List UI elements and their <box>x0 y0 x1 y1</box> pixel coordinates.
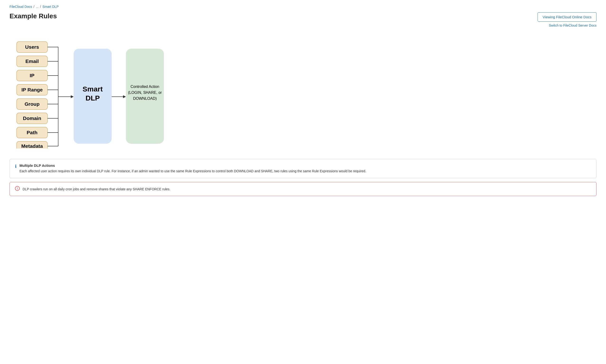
info-notice-body: Each affected user action requires its o… <box>19 169 366 174</box>
svg-rect-32 <box>126 49 164 144</box>
svg-text:Group: Group <box>25 101 40 107</box>
viewing-filecloud-online-button[interactable]: Viewing FileCloud Online Docs <box>538 12 596 22</box>
breadcrumb: FileCloud Docs / ... / Smart DLP <box>10 5 596 9</box>
info-notice: ℹ Multiple DLP Actions Each affected use… <box>10 159 596 178</box>
diagram-container: Users Email IP IP Range Group Domain Pat… <box>14 34 596 149</box>
warning-icon: ! <box>15 186 20 192</box>
warning-notice-text: DLP crawlers run on all daily cron jobs … <box>23 187 170 191</box>
svg-text:Metadata: Metadata <box>21 143 43 148</box>
top-right-actions: Viewing FileCloud Online Docs Switch to … <box>538 12 596 27</box>
info-notice-content: Multiple DLP Actions Each affected user … <box>19 163 366 174</box>
breadcrumb-smart-dlp[interactable]: Smart DLP <box>42 5 58 9</box>
breadcrumb-sep-2: / <box>40 5 41 9</box>
breadcrumb-filecloud-docs[interactable]: FileCloud Docs <box>10 5 32 9</box>
switch-to-server-docs-link[interactable]: Switch to FileCloud Server Docs <box>549 24 596 27</box>
diagram-svg: Users Email IP IP Range Group Domain Pat… <box>14 34 181 148</box>
info-notice-title: Multiple DLP Actions <box>19 163 55 168</box>
svg-text:Domain: Domain <box>23 116 41 121</box>
svg-text:Controlled Action: Controlled Action <box>131 85 159 89</box>
svg-text:Email: Email <box>26 58 39 64</box>
breadcrumb-sep-1: / <box>34 5 34 9</box>
svg-text:Path: Path <box>26 130 38 135</box>
svg-text:Users: Users <box>25 44 39 50</box>
svg-text:(LOGIN, SHARE, or: (LOGIN, SHARE, or <box>128 91 162 95</box>
svg-text:IP: IP <box>30 73 34 78</box>
svg-marker-26 <box>71 95 74 98</box>
svg-marker-31 <box>123 95 126 98</box>
svg-text:!: ! <box>17 187 18 190</box>
warning-notice: ! DLP crawlers run on all daily cron job… <box>10 182 596 196</box>
page-title: Example Rules <box>10 12 57 20</box>
svg-text:DLP: DLP <box>86 94 100 102</box>
breadcrumb-ellipsis[interactable]: ... <box>36 5 39 9</box>
info-icon: ℹ <box>15 164 17 169</box>
svg-text:DOWNLOAD): DOWNLOAD) <box>133 96 157 101</box>
svg-text:IP Range: IP Range <box>21 87 42 92</box>
svg-text:Smart: Smart <box>82 85 103 93</box>
